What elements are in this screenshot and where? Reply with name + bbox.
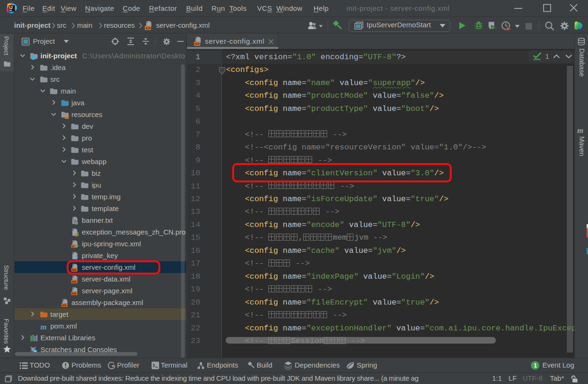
svg-text:<>: <>	[195, 42, 199, 47]
svg-text:IJ: IJ	[9, 5, 13, 10]
svg-text:<>: <>	[145, 26, 150, 31]
svg-text:1: 1	[534, 362, 537, 369]
